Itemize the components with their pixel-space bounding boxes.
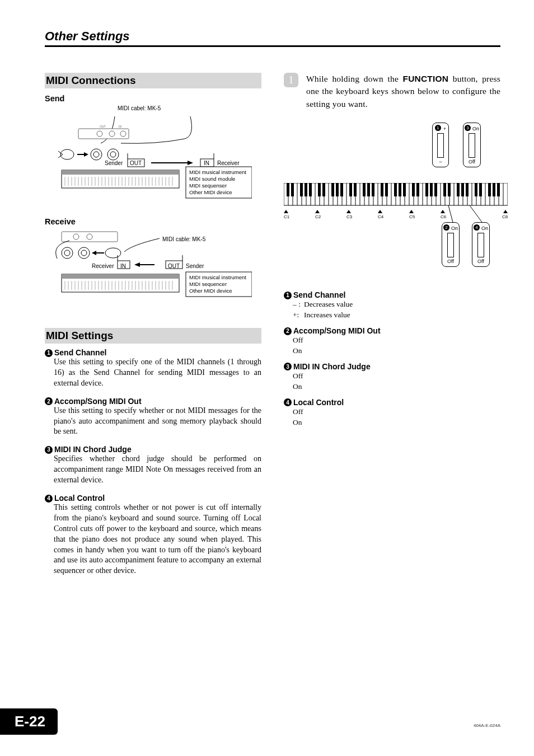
svg-marker-192 xyxy=(315,210,320,213)
svg-point-63 xyxy=(105,248,121,258)
svg-rect-161 xyxy=(318,183,321,196)
opt-val: Off xyxy=(293,371,500,382)
list-title: MIDI IN Chord Judge xyxy=(293,362,371,371)
sender-label: Sender xyxy=(186,263,204,269)
svg-point-58 xyxy=(64,250,70,256)
svg-rect-190 xyxy=(497,183,500,196)
receive-heading: Receive xyxy=(45,217,261,226)
svg-point-60 xyxy=(81,250,87,256)
sender-label: Sender xyxy=(105,160,123,166)
svg-marker-195 xyxy=(409,210,414,213)
svg-rect-176 xyxy=(412,183,415,196)
svg-rect-172 xyxy=(385,183,388,196)
list-title: Accomp/Song MIDI Out xyxy=(293,326,381,335)
svg-rect-187 xyxy=(479,183,482,196)
send-diagram-svg: OUTIN xyxy=(45,105,252,212)
svg-rect-174 xyxy=(399,183,401,196)
figure-receive: MIDI cable: MK-5 xyxy=(45,228,261,312)
list-title: Local Control xyxy=(293,398,344,407)
svg-rect-181 xyxy=(443,183,446,196)
svg-rect-0 xyxy=(78,129,129,139)
num-badge-3: 3 xyxy=(45,446,53,454)
list-item: MIDI sound module xyxy=(189,176,246,182)
svg-rect-19 xyxy=(62,170,179,175)
callout-3: 3On Off xyxy=(463,123,481,167)
send-heading: Send xyxy=(45,94,261,103)
svg-rect-54 xyxy=(62,232,118,242)
svg-rect-167 xyxy=(354,183,357,196)
svg-marker-197 xyxy=(503,210,508,213)
num-badge-4: 4 xyxy=(45,495,53,503)
opt-val: Off xyxy=(293,335,500,346)
opt-val: Increases value xyxy=(304,310,350,321)
svg-rect-185 xyxy=(466,183,469,196)
num-badge-1: 1 xyxy=(45,349,53,357)
section-midi-settings: MIDI Settings xyxy=(45,328,261,344)
list-item: MIDI musical instrument xyxy=(189,274,246,281)
svg-line-200 xyxy=(448,205,453,222)
svg-rect-175 xyxy=(403,183,406,196)
setting-title: Local Control xyxy=(54,494,105,503)
section-midi-connections: MIDI Connections xyxy=(45,73,261,88)
list-item: Other MIDI device xyxy=(189,288,246,294)
doc-code: 404A-E-024A xyxy=(474,723,500,728)
list-item: MIDI musical instrument xyxy=(189,169,246,176)
out-label: OUT xyxy=(130,160,142,166)
svg-rect-186 xyxy=(475,183,477,196)
page-number: E-22 xyxy=(0,708,58,735)
num-badge-2: 2 xyxy=(45,397,53,405)
setting-title: Accomp/Song MIDI Out xyxy=(54,397,142,406)
svg-rect-159 xyxy=(305,183,307,196)
setting-body: Use this setting to specify one of the M… xyxy=(45,357,261,389)
svg-marker-61 xyxy=(92,251,96,255)
cable-label: MIDI cabel: MK-5 xyxy=(118,105,161,111)
opt-val: Off xyxy=(293,407,500,417)
setting-title: Send Channel xyxy=(54,348,106,357)
breadcrumb: Other Settings xyxy=(45,29,500,44)
svg-rect-182 xyxy=(448,183,451,196)
step-number: 1 xyxy=(284,73,298,87)
in-label: IN xyxy=(204,160,209,166)
opt-key: – : xyxy=(293,299,304,310)
svg-line-201 xyxy=(470,205,482,222)
opt-val: On xyxy=(293,346,500,356)
receiver-label: Receiver xyxy=(217,160,239,166)
svg-rect-168 xyxy=(363,183,366,196)
recv-diagram-svg xyxy=(45,228,252,312)
list-item: Other MIDI device xyxy=(189,189,246,196)
svg-rect-180 xyxy=(434,183,437,196)
svg-point-11 xyxy=(110,152,116,157)
setting-body: Specifies whether chord judge should be … xyxy=(45,454,261,486)
list-title: Send Channel xyxy=(293,290,345,299)
svg-rect-156 xyxy=(287,183,289,196)
num-badge-2: 2 xyxy=(284,327,292,335)
setting-title: MIDI IN Chord Judge xyxy=(54,445,132,454)
in-label: IN xyxy=(120,263,126,269)
svg-rect-178 xyxy=(425,183,428,196)
svg-rect-157 xyxy=(291,183,294,196)
keyboard-diagram: 1+ – 3On Off xyxy=(284,123,500,268)
svg-marker-191 xyxy=(284,210,288,213)
svg-rect-183 xyxy=(457,183,460,196)
callout-2: 2On Off xyxy=(442,222,460,267)
svg-rect-71 xyxy=(62,274,179,279)
figure-send: MIDI cabel: MK-5 OUTIN xyxy=(45,105,261,212)
svg-rect-184 xyxy=(461,183,464,196)
right-list: 1Send Channel – :Decreases value +:Incre… xyxy=(284,290,500,428)
svg-rect-165 xyxy=(340,183,343,196)
list-item: MIDI sequencer xyxy=(189,281,246,288)
svg-marker-67 xyxy=(134,262,140,267)
settings-list: 1Send Channel Use this setting to specif… xyxy=(45,348,261,576)
setting-body: This setting controls whether or not pow… xyxy=(45,503,261,576)
svg-text:IN: IN xyxy=(119,125,121,128)
step-text: While holding down the FUNCTION button, … xyxy=(306,73,500,110)
cable-label: MIDI cable: MK-5 xyxy=(162,236,205,242)
svg-rect-170 xyxy=(372,183,374,196)
opt-val: On xyxy=(293,417,500,428)
svg-rect-160 xyxy=(309,183,312,196)
svg-rect-177 xyxy=(416,183,419,196)
svg-text:OUT: OUT xyxy=(100,125,106,128)
setting-body: Use this setting to specify whether or n… xyxy=(45,406,261,438)
svg-rect-164 xyxy=(336,183,339,196)
tick-c2: C2 xyxy=(315,214,321,219)
